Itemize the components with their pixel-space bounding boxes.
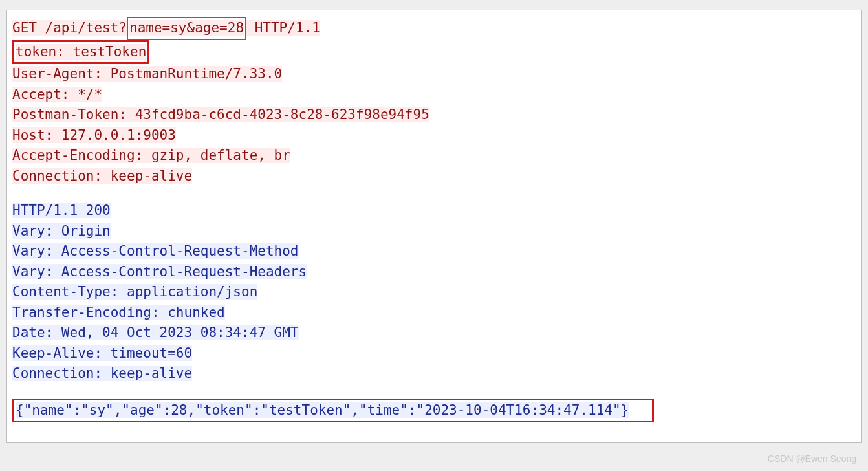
- request-header: User-Agent: PostmanRuntime/7.33.0: [12, 66, 282, 82]
- token-header-line: token: testToken: [12, 40, 856, 65]
- request-line: GET /api/test?name=sy&age=28 HTTP/1.1: [12, 17, 856, 40]
- response-body-highlight: {"name":"sy","age":28,"token":"testToken…: [12, 399, 654, 423]
- token-header-highlight: token: testToken: [12, 40, 149, 65]
- response-header: Transfer-Encoding: chunked: [12, 305, 225, 320]
- request-header: Postman-Token: 43fcd9ba-c6cd-4023-8c28-6…: [12, 107, 429, 122]
- token-header: token: testToken: [16, 44, 146, 60]
- response-header: Keep-Alive: timeout=60: [12, 345, 192, 361]
- response-status: HTTP/1.1 200: [12, 203, 111, 218]
- response-header: Date: Wed, 04 Oct 2023 08:34:47 GMT: [12, 325, 299, 340]
- response-header: Connection: keep-alive: [12, 366, 192, 381]
- response-body: {"name":"sy","age":28,"token":"testToken…: [16, 402, 629, 418]
- response-header: Vary: Access-Control-Request-Method: [12, 243, 299, 259]
- response-header: Vary: Origin: [12, 223, 111, 239]
- request-header: Accept: */*: [12, 87, 102, 102]
- request-header: Host: 127.0.0.1:9003: [12, 127, 176, 143]
- request-http-version: HTTP/1.1: [246, 20, 320, 36]
- request-method-path: GET /api/test?: [12, 20, 127, 36]
- query-string: name=sy&age=28: [129, 20, 244, 36]
- response-header: Vary: Access-Control-Request-Headers: [12, 264, 307, 279]
- request-header: Accept-Encoding: gzip, deflate, br: [12, 148, 290, 163]
- http-trace-panel: GET /api/test?name=sy&age=28 HTTP/1.1 to…: [6, 10, 862, 443]
- request-header: Connection: keep-alive: [12, 168, 192, 184]
- response-header: Content-Type: application/json: [12, 284, 257, 300]
- query-string-highlight: name=sy&age=28: [127, 17, 246, 40]
